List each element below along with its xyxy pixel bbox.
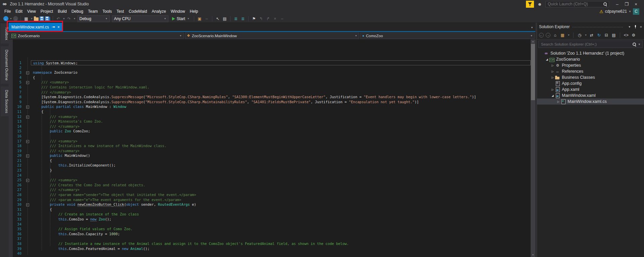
properties-icon[interactable]: ⚙ <box>631 32 636 39</box>
tree-item-properties[interactable]: ▷Properties <box>537 62 644 68</box>
code-line[interactable]: 36 this.ComoZoo.Capacity = 1000; <box>9 232 531 237</box>
code-text[interactable]: using System.Windows; <box>31 60 531 65</box>
menu-test[interactable]: Test <box>114 8 126 14</box>
quick-launch-input[interactable] <box>547 1 603 7</box>
tree-item-app-xaml[interactable]: ▷App.xaml <box>537 86 644 92</box>
close-icon[interactable]: × <box>640 25 642 29</box>
menu-window[interactable]: Window <box>168 8 187 14</box>
redo-icon[interactable]: ↷ <box>66 15 72 22</box>
chevron-down-icon[interactable]: ▼ <box>63 17 65 20</box>
code-editor[interactable]: 1using System.Windows;23−namespace ZooSc… <box>9 40 535 257</box>
code-line[interactable]: 10− public partial class MainWindow : Wi… <box>9 104 531 109</box>
panel-dropdown-icon[interactable]: ▼ <box>628 25 631 28</box>
code-line[interactable]: 29 /// <param name="e">The event argumen… <box>9 197 531 202</box>
user-name[interactable]: cdpayne621 <box>605 9 627 14</box>
pointer-icon[interactable]: ↖ <box>215 15 221 22</box>
code-text[interactable]: } <box>31 168 531 173</box>
new-project-icon[interactable]: ▦ <box>23 15 29 22</box>
code-line[interactable]: 34 <box>9 222 531 227</box>
switch-views-icon[interactable]: ▦ <box>560 32 565 39</box>
code-line[interactable]: 21 { <box>9 158 531 163</box>
code-line[interactable]: 39 this.ComoZoo.FeaturedAnimal = new Ani… <box>9 246 531 251</box>
navigate-backward-icon[interactable]: ← <box>3 16 8 21</box>
clear-bookmarks-icon[interactable]: × <box>272 15 278 22</box>
prev-bookmark-icon[interactable]: ↰ <box>258 15 264 22</box>
minimize-icon[interactable]: – <box>612 2 622 7</box>
code-text[interactable]: /// <param name="sender">The object that… <box>31 192 531 197</box>
tree-item-references[interactable]: ▷References <box>537 68 644 74</box>
chevron-collapsed-icon[interactable]: ▷ <box>556 100 560 103</box>
home-icon[interactable]: ⌂ <box>552 32 558 39</box>
fold-collapse-icon[interactable]: − <box>26 179 29 182</box>
fold-collapse-icon[interactable]: − <box>26 81 29 84</box>
code-text[interactable]: { <box>31 75 531 80</box>
side-tab-data-sources[interactable]: Data Sources <box>1 86 9 117</box>
outdent-icon[interactable]: ≣ <box>240 15 246 22</box>
scroll-up-icon[interactable]: ▲ <box>531 40 535 44</box>
chevron-collapsed-icon[interactable]: ▷ <box>550 76 555 79</box>
code-text[interactable]: private void newComoZooButton_Click(obje… <box>31 202 531 207</box>
menu-analyze[interactable]: Analyze <box>149 8 168 14</box>
pin-icon[interactable] <box>51 25 55 29</box>
pin-icon[interactable] <box>634 25 637 29</box>
tree-item-mainwindow-xaml-cs[interactable]: ▷MainWindow.xaml.cs <box>537 99 644 105</box>
menu-build[interactable]: Build <box>55 8 69 14</box>
show-all-files-icon[interactable]: ▤ <box>611 32 616 39</box>
code-line[interactable]: 26 /// Creates the Como Zoo and related … <box>9 183 531 188</box>
tree-item-business-classes[interactable]: ▷Business Classes <box>537 74 644 80</box>
chevron-collapsed-icon[interactable]: ▷ <box>550 70 555 73</box>
code-text[interactable]: /// Initializes a new instance of the Ma… <box>31 143 531 148</box>
code-line[interactable]: 40 <box>9 251 531 256</box>
fold-collapse-icon[interactable]: − <box>26 106 29 109</box>
code-line[interactable]: 2 <box>9 65 531 70</box>
search-dropdown-icon[interactable]: ▼ <box>638 43 641 46</box>
code-line[interactable]: 37 <box>9 236 531 241</box>
tree-item-solution-zoo-1-1-hernandez-1-project-[interactable]: Solution 'Zoo 1.1 Hernandez' (1 project) <box>537 50 644 56</box>
solution-configuration-combo[interactable]: Debug▼ <box>77 15 110 22</box>
filter-icon[interactable] <box>526 1 534 8</box>
code-line[interactable]: 19 /// </summary> <box>9 148 531 153</box>
tree-item-zooscenario[interactable]: ◢ZooScenario <box>537 56 644 62</box>
code-text[interactable]: public Zoo ComoZoo; <box>31 129 531 134</box>
document-tab[interactable]: MainWindow.xaml.cs × <box>9 23 62 31</box>
tab-well-dropdown-icon[interactable]: ▼ <box>531 26 533 29</box>
save-icon[interactable] <box>40 16 44 21</box>
code-line[interactable]: 4{ <box>9 75 531 80</box>
code-text[interactable]: /// </summary> <box>31 90 531 95</box>
feedback-icon[interactable]: ☻ <box>537 2 542 7</box>
tree-item-app-config[interactable]: App.config <box>537 80 644 86</box>
code-text[interactable] <box>31 65 531 70</box>
code-text[interactable] <box>31 173 531 178</box>
code-text[interactable]: // Create an instance of the Zoo class <box>31 212 531 217</box>
code-line[interactable]: 32 // Create an instance of the Zoo clas… <box>9 212 531 217</box>
chevron-down-icon[interactable]: ▼ <box>73 17 76 20</box>
menu-tools[interactable]: Tools <box>100 8 114 14</box>
save-all-icon[interactable] <box>45 16 49 21</box>
fold-collapse-icon[interactable]: − <box>26 140 29 143</box>
code-line[interactable]: 12− /// <summary> <box>9 114 531 119</box>
code-line[interactable]: 3−namespace ZooScenario <box>9 70 531 75</box>
dash-icon[interactable]: ‒ <box>279 15 285 22</box>
code-line[interactable]: 6 /// Contains interaction logic for Mai… <box>9 85 531 90</box>
menu-project[interactable]: Project <box>38 8 55 14</box>
code-line[interactable]: 1using System.Windows; <box>9 60 531 65</box>
code-line[interactable]: 16 <box>9 134 531 139</box>
bookmark-icon[interactable]: ⚑ <box>251 15 257 22</box>
avatar[interactable]: C <box>633 8 639 15</box>
vertical-scrollbar[interactable]: ▲ ▼ <box>531 40 535 257</box>
view-code-icon[interactable]: <> <box>624 32 629 39</box>
copy-block-icon[interactable]: ▤ <box>222 15 228 22</box>
code-line[interactable]: 35 // Assign field values of Como Zoo. <box>9 227 531 232</box>
code-text[interactable]: /// <summary> <box>31 80 531 85</box>
code-text[interactable]: /// </summary> <box>31 187 531 192</box>
warning-icon[interactable]: ⚠ <box>599 9 603 14</box>
code-text[interactable]: this.ComoZoo.FeaturedAnimal = new Animal… <box>31 246 531 251</box>
code-text[interactable]: this.InitializeComponent(); <box>31 163 531 168</box>
solution-platform-combo[interactable]: Any CPU▼ <box>112 15 168 22</box>
fold-collapse-icon[interactable]: − <box>26 116 29 119</box>
side-tab-toolbox[interactable]: Toolbox <box>1 23 9 44</box>
code-text[interactable]: /// Creates the Como Zoo and related obj… <box>31 183 531 188</box>
code-text[interactable]: { <box>31 207 531 212</box>
start-debugging-button[interactable]: Start▼ <box>170 16 192 21</box>
code-line[interactable]: 5− /// <summary> <box>9 80 531 85</box>
